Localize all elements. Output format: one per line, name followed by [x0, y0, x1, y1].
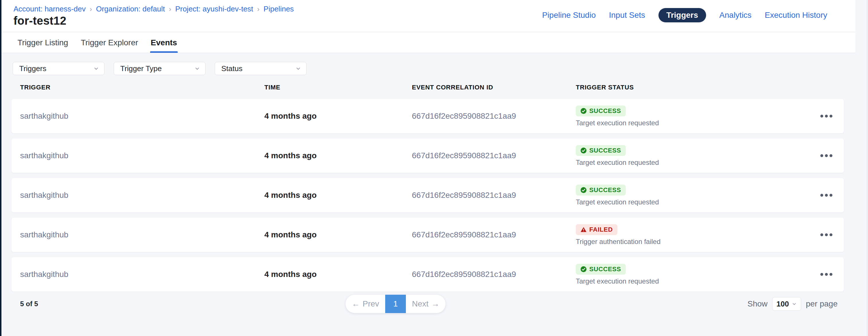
column-header-event-correlation-id: EVENT CORRELATION ID	[412, 84, 576, 91]
column-header-trigger-status: TRIGGER STATUS	[576, 84, 804, 91]
breadcrumb-link-account[interactable]: Account: harness-dev	[13, 5, 86, 13]
page-size-select[interactable]: 100	[772, 297, 801, 311]
check-circle-icon	[580, 147, 587, 154]
tab-events[interactable]: Events	[150, 32, 178, 53]
event-time: 4 months ago	[265, 191, 412, 200]
trigger-status-cell: SUCCESS Target execution requested	[576, 264, 804, 285]
chevron-down-icon	[93, 66, 99, 71]
top-nav-execution-history[interactable]: Execution History	[765, 11, 827, 20]
table-row: sarthakgithub 4 months ago 667d16f2ec895…	[11, 99, 844, 133]
page-size-area: Show 100 per page	[747, 297, 838, 311]
breadcrumb-link-project[interactable]: Project: ayushi-dev-test	[175, 5, 253, 13]
status-badge-label: SUCCESS	[589, 147, 621, 154]
warning-triangle-icon	[580, 227, 587, 233]
pagination-summary: 5 of 5	[20, 300, 38, 308]
arrow-right-icon: →	[431, 299, 439, 308]
next-page-button[interactable]: Next →	[406, 295, 445, 313]
status-filter-dropdown[interactable]: Status	[215, 62, 307, 75]
status-detail: Target execution requested	[576, 277, 659, 285]
top-nav-pipeline-studio[interactable]: Pipeline Studio	[542, 11, 596, 20]
trigger-status-cell: SUCCESS Target execution requested	[576, 184, 804, 206]
trigger-status-cell: SUCCESS Target execution requested	[576, 145, 804, 167]
event-correlation-id: 667d16f2ec895908821c1aa9	[412, 191, 576, 200]
event-time: 4 months ago	[265, 151, 412, 160]
table-row: sarthakgithub 4 months ago 667d16f2ec895…	[11, 138, 844, 173]
page-title: for-test12	[13, 14, 66, 27]
trigger-name: sarthakgithub	[20, 230, 265, 239]
status-filter-label: Status	[221, 64, 243, 73]
top-nav-input-sets[interactable]: Input Sets	[609, 11, 645, 20]
status-badge-label: SUCCESS	[589, 107, 621, 115]
page-header: Account: harness-dev›Organization: defau…	[1, 0, 856, 32]
chevron-down-icon	[792, 301, 797, 306]
trigger-name: sarthakgithub	[20, 111, 265, 121]
trigger-name: sarthakgithub	[20, 270, 265, 279]
scrollbar-track	[867, 0, 867, 336]
prev-page-button[interactable]: ← Prev	[346, 295, 385, 313]
table-row: sarthakgithub 4 months ago 667d16f2ec895…	[11, 178, 844, 212]
row-options-menu-button[interactable]	[817, 231, 835, 239]
chevron-down-icon	[296, 66, 301, 71]
page-size-value: 100	[776, 300, 789, 308]
row-options-menu-button[interactable]	[817, 270, 835, 279]
pagination-bar: 5 of 5 ← Prev 1 Next → Show 100 per page	[11, 295, 844, 313]
top-nav-triggers[interactable]: Triggers	[658, 8, 706, 22]
triggers-filter-dropdown[interactable]: Triggers	[12, 62, 104, 75]
pager: ← Prev 1 Next →	[346, 295, 445, 313]
events-table-header: TRIGGERTIMEEVENT CORRELATION IDTRIGGER S…	[11, 82, 844, 93]
page-number-button[interactable]: 1	[385, 295, 406, 313]
status-badge-label: SUCCESS	[589, 186, 621, 194]
triggers-filter-label: Triggers	[19, 64, 46, 73]
chevron-down-icon	[194, 66, 200, 71]
event-time: 4 months ago	[265, 111, 412, 121]
event-correlation-id: 667d16f2ec895908821c1aa9	[412, 230, 576, 239]
arrow-left-icon: ←	[352, 299, 360, 308]
tab-trigger-listing[interactable]: Trigger Listing	[17, 32, 69, 53]
prev-label: Prev	[363, 299, 379, 308]
status-detail: Target execution requested	[576, 198, 659, 206]
row-options-menu-button[interactable]	[817, 191, 835, 200]
check-circle-icon	[580, 108, 587, 114]
top-nav-analytics[interactable]: Analytics	[719, 11, 751, 20]
events-tabbar: Trigger ListingTrigger ExplorerEvents	[1, 32, 856, 53]
event-time: 4 months ago	[265, 270, 412, 279]
table-row: sarthakgithub 4 months ago 667d16f2ec895…	[11, 257, 844, 292]
filter-bar: Triggers Trigger Type Status	[12, 62, 307, 75]
breadcrumb-separator-icon: ›	[169, 5, 171, 13]
breadcrumb-separator-icon: ›	[90, 5, 92, 13]
breadcrumb-link-pipelines[interactable]: Pipelines	[264, 5, 294, 13]
breadcrumb-link-organization[interactable]: Organization: default	[96, 5, 165, 13]
next-label: Next	[412, 299, 429, 308]
event-time: 4 months ago	[265, 230, 412, 239]
status-badge: SUCCESS	[576, 105, 626, 116]
trigger-type-filter-dropdown[interactable]: Trigger Type	[114, 62, 206, 75]
row-options-menu-button[interactable]	[817, 152, 835, 160]
status-badge: FAILED	[576, 224, 617, 235]
collapsed-sidebar-strip	[0, 0, 1, 336]
status-detail: Target execution requested	[576, 119, 659, 127]
column-header-time: TIME	[265, 84, 412, 91]
trigger-type-filter-label: Trigger Type	[120, 64, 162, 73]
per-page-label: per page	[806, 299, 838, 308]
column-header-trigger: TRIGGER	[20, 84, 265, 91]
tab-trigger-explorer[interactable]: Trigger Explorer	[80, 32, 138, 53]
status-badge-label: FAILED	[589, 226, 613, 233]
status-detail: Trigger authentication failed	[576, 238, 660, 246]
events-table: sarthakgithub 4 months ago 667d16f2ec895…	[11, 99, 844, 292]
table-row: sarthakgithub 4 months ago 667d16f2ec895…	[11, 217, 844, 252]
status-badge: SUCCESS	[576, 264, 626, 275]
breadcrumb-separator-icon: ›	[257, 5, 259, 13]
check-circle-icon	[580, 266, 587, 272]
check-circle-icon	[580, 187, 587, 193]
status-detail: Target execution requested	[576, 159, 659, 167]
event-correlation-id: 667d16f2ec895908821c1aa9	[412, 270, 576, 279]
trigger-name: sarthakgithub	[20, 191, 265, 200]
pipeline-top-nav: Pipeline StudioInput SetsTriggersAnalyti…	[542, 8, 827, 22]
event-correlation-id: 667d16f2ec895908821c1aa9	[412, 111, 576, 121]
row-options-menu-button[interactable]	[817, 112, 835, 121]
trigger-name: sarthakgithub	[20, 151, 265, 160]
event-correlation-id: 667d16f2ec895908821c1aa9	[412, 151, 576, 160]
status-badge: SUCCESS	[576, 145, 626, 156]
status-badge-label: SUCCESS	[589, 266, 621, 273]
show-label: Show	[747, 299, 768, 308]
